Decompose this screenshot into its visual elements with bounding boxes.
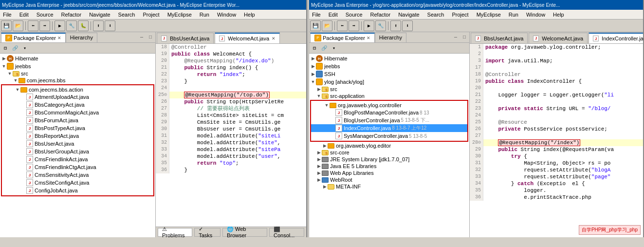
left-editor-content[interactable]: 18 @Controller 19 public class WelcomeAc… (156, 44, 306, 227)
tree-configjob[interactable]: J ConfigJobAct.java (2, 187, 153, 194)
toolbar-btn-6[interactable]: 🐛 (78, 20, 89, 31)
right-editor-tab-welcome[interactable]: J WelcomeAct.java (529, 33, 588, 43)
menu-navigate-left[interactable]: Navigate (87, 11, 112, 19)
tree-bbsusergroup[interactable]: J BbsUserGroupAct.java (2, 148, 153, 155)
bottom-tab-console[interactable]: ⬛ Consol... (269, 228, 304, 237)
right-toolbar-btn-run[interactable]: ▶ (364, 20, 374, 31)
tree-attment[interactable]: J AttmentUploadAct.java (2, 93, 153, 101)
tree-jeebbs[interactable]: ▼ jeebbs (0, 62, 155, 70)
menu-window-right[interactable]: Window (524, 11, 547, 19)
right-tree-srcore[interactable]: ▶ src-core (309, 149, 469, 156)
right-toolbar-btn-7[interactable]: ⬇ (402, 20, 413, 31)
menu-file-right[interactable]: File (310, 11, 323, 19)
tree-bbsforum[interactable]: J BbsForumAct.java (2, 116, 153, 124)
tree-cmssensitivity[interactable]: J CmsSensitivityAct.java (2, 171, 153, 179)
right-tree-indexcontroller[interactable]: J IndexController.java 8 13-8-7 上午12 (311, 124, 467, 132)
menu-edit-left[interactable]: Edit (18, 11, 31, 19)
toolbar-btn-7[interactable]: ⬆ (93, 20, 104, 31)
right-editor-tab-bbsuser[interactable]: J BbsUserAct.java (471, 33, 528, 43)
tree-src[interactable]: ▼ src (0, 70, 155, 77)
tree-bbsreport[interactable]: J BbsReportAct.java (2, 132, 153, 140)
right-tree-controller-pkg[interactable]: ▼ org.javaweb.ylog.controller (311, 102, 467, 109)
tree-bbscommon[interactable]: J BbsCommonMagicAct.java (2, 109, 153, 116)
right-editor-content[interactable]: 1 package org.javaweb.ylog.controller; 2… (470, 44, 643, 237)
right-minimize-icon[interactable]: — (452, 34, 460, 41)
right-tree-sysmanager[interactable]: J SysManagerController.java 5 13-8-5 (311, 132, 467, 140)
tree-com-jeecms-bbs[interactable]: ▼ com.jeecms.bbs (0, 77, 155, 84)
right-tree-jeebbs[interactable]: ▶ jeebbs (309, 62, 469, 70)
tree-cmsfriendlinkctg[interactable]: J CmsFriendlinkCtgAct.java (2, 163, 153, 171)
right-collapse-all-icon[interactable]: ⊟ (310, 44, 319, 53)
bottom-tab-problems[interactable]: ⚠ Problems (158, 228, 192, 237)
menu-refactor-left[interactable]: Refactor (59, 11, 84, 19)
right-tree-ssh[interactable]: ▶ SSH (309, 70, 469, 78)
toolbar-btn-2[interactable]: 📂 (13, 20, 23, 31)
right-toolbar-btn-1[interactable]: 💾 (310, 20, 321, 31)
left-package-explorer-tab[interactable]: P Package Explorer ✕ (1, 33, 66, 42)
maximize-icon[interactable]: □ (147, 34, 154, 41)
link-editor-icon[interactable]: 🔗 (11, 44, 19, 53)
right-editor-tab-index[interactable]: J IndexController.java ✕ (589, 33, 643, 43)
right-tree-menu-icon[interactable]: ▾ (330, 44, 338, 53)
menu-myeclipse-left[interactable]: MyEclipse (166, 11, 194, 19)
menu-myeclipse-right[interactable]: MyEclipse (475, 11, 503, 19)
left-editor-tab-welcome[interactable]: J WelcomeAct.java ✕ (215, 33, 280, 43)
menu-source-right[interactable]: Source (344, 11, 365, 19)
right-tree-area[interactable]: ▶ H Hibernate ▶ jeebbs ▶ SSH (309, 54, 469, 237)
right-tree-hibernate[interactable]: ▶ H Hibernate (309, 55, 469, 62)
tree-bbscategory[interactable]: J BbsCategoryAct.java (2, 101, 153, 109)
menu-run-left[interactable]: Run (198, 11, 211, 19)
menu-edit-right[interactable]: Edit (327, 11, 340, 19)
right-link-editor-icon[interactable]: 🔗 (320, 44, 329, 53)
menu-help-right[interactable]: Help (551, 11, 566, 19)
toolbar-btn-8[interactable]: ⬇ (105, 20, 115, 31)
left-editor-tab-bbsuser[interactable]: J BbsUserAct.java (157, 33, 214, 43)
menu-search-left[interactable]: Search (116, 11, 137, 19)
menu-window-left[interactable]: Window (215, 11, 238, 19)
menu-help-left[interactable]: Help (242, 11, 257, 19)
right-tree-metainf[interactable]: ▶ META-INF (309, 183, 469, 190)
menu-file-left[interactable]: File (1, 11, 14, 19)
toolbar-btn-5[interactable]: 🔧 (66, 20, 77, 31)
toolbar-btn-1[interactable]: 💾 (1, 20, 12, 31)
left-tree-area[interactable]: ▶ H Hibernate ▼ jeebbs ▼ (0, 54, 155, 237)
right-toolbar-btn-3[interactable]: ⬅ (337, 20, 348, 31)
right-toolbar-btn-5[interactable]: 🔧 (375, 20, 386, 31)
right-toolbar-btn-6[interactable]: ⬆ (390, 20, 401, 31)
collapse-all-icon[interactable]: ⊟ (1, 44, 10, 53)
menu-project-right[interactable]: Project (450, 11, 470, 19)
toolbar-btn-4[interactable]: ➡ (39, 20, 50, 31)
right-tree-blogpost[interactable]: J BlogPostManageController.java 8 13 (311, 109, 467, 116)
tree-com-jeecms-bbs-action[interactable]: ▼ com.jeecms.bbs.action (2, 86, 153, 93)
minimize-icon[interactable]: — (138, 34, 146, 41)
right-tree-src[interactable]: ▶ src (309, 86, 469, 93)
right-tree-javaee[interactable]: ▶ Java EE 5 Libraries (309, 163, 469, 170)
right-hierarchy-tab[interactable]: Hierarchy (375, 33, 406, 42)
tree-cmsfriendlink[interactable]: J CmsFriendlinkAct.java (2, 155, 153, 163)
right-toolbar-btn-4[interactable]: ➡ (349, 20, 359, 31)
tree-bbsuser[interactable]: J BbsUserAct.java (2, 140, 153, 148)
right-tree-jre[interactable]: ▶ JRE System Library [jdk1.7.0_07] (309, 156, 469, 163)
left-tab2-close[interactable]: ✕ (272, 36, 276, 41)
menu-project-left[interactable]: Project (141, 11, 161, 19)
right-tree-ylog[interactable]: ▼ ylog [ahack/ylog] (309, 78, 469, 86)
right-package-explorer-tab[interactable]: P Package Explorer ✕ (310, 33, 375, 42)
right-tree-editor-pkg[interactable]: ▶ org.javaweb.ylog.editor (309, 142, 469, 149)
right-maximize-icon[interactable]: □ (460, 34, 468, 41)
bottom-tab-webbrowser[interactable]: 🌐 Web Browser (222, 228, 267, 237)
menu-run-right[interactable]: Run (507, 11, 520, 19)
bottom-tab-tasks[interactable]: ✓ Tasks (194, 228, 221, 237)
menu-source-left[interactable]: Source (35, 11, 55, 19)
menu-search-right[interactable]: Search (425, 11, 446, 19)
menu-navigate-right[interactable]: Navigate (396, 11, 421, 19)
left-hierarchy-tab[interactable]: Hierarchy (66, 33, 97, 42)
menu-refactor-right[interactable]: Refactor (368, 11, 393, 19)
toolbar-btn-run[interactable]: ▶ (55, 20, 65, 31)
tree-bbsposttype[interactable]: J BbsPostTypeAct.java (2, 124, 153, 132)
tree-hibernate[interactable]: ▶ H Hibernate (0, 55, 155, 62)
right-tree-bloguser[interactable]: J BlogUserController.java 5 13-8-5 下... (311, 116, 467, 124)
right-tree-srcapp[interactable]: ▼ src-application (309, 93, 469, 99)
right-tree-webapp[interactable]: ▶ Web App Libraries (309, 170, 469, 176)
right-toolbar-btn-2[interactable]: 📂 (322, 20, 332, 31)
tree-menu-icon[interactable]: ▾ (20, 44, 29, 53)
